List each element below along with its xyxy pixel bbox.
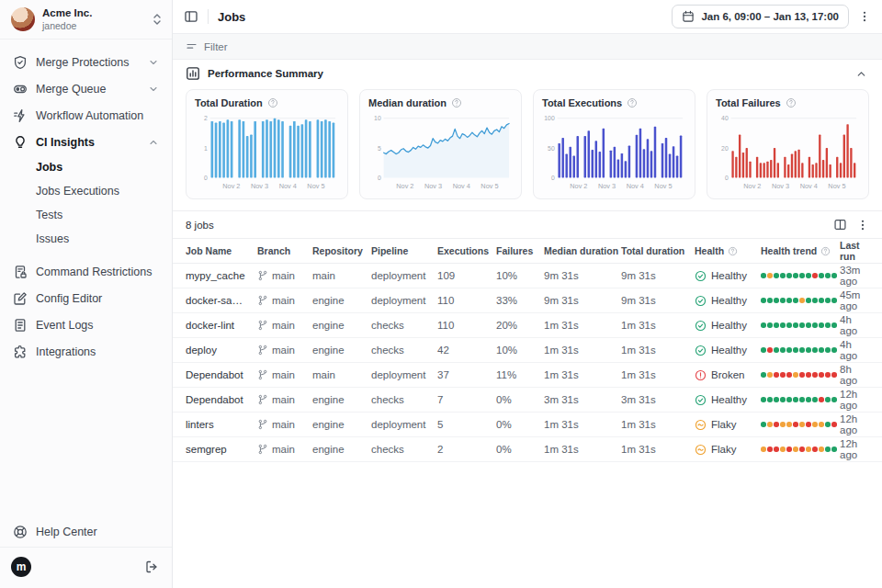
column-header[interactable]: Health: [695, 245, 761, 256]
date-range-picker[interactable]: Jan 6, 09:00 – Jan 13, 17:00: [672, 5, 849, 28]
sidebar-item-merge-queue[interactable]: Merge Queue: [6, 75, 166, 102]
trend-dot: [774, 273, 779, 278]
sidebar-subitem-jobs-executions[interactable]: Jobs Executions: [6, 179, 166, 203]
table-row[interactable]: docker-sa…mainenginedeployment11033%9m 3…: [173, 288, 882, 313]
table-row[interactable]: lintersmainenginedeployment50%1m 31s1m 3…: [173, 413, 882, 437]
columns-toggle-icon[interactable]: [833, 218, 847, 232]
column-header[interactable]: Executions: [437, 245, 496, 256]
column-header[interactable]: Repository: [312, 245, 371, 256]
trend-dot: [793, 422, 798, 427]
sidebar-item-event-logs[interactable]: Event Logs: [6, 311, 166, 338]
svg-text:Nov 3: Nov 3: [251, 182, 268, 190]
table-row[interactable]: Dependabotmainenginechecks70%3m 31s3m 31…: [173, 388, 882, 413]
help-circle-icon[interactable]: [728, 246, 738, 256]
sidebar-item-workflow-automation[interactable]: Workflow Automation: [6, 102, 166, 129]
sidebar-subitem-issues[interactable]: Issues: [6, 227, 166, 251]
help-circle-icon[interactable]: [786, 97, 797, 108]
svg-text:Nov 2: Nov 2: [743, 182, 761, 190]
help-circle-icon[interactable]: [820, 246, 831, 256]
svg-text:0: 0: [551, 175, 555, 181]
trend-dot: [819, 347, 824, 353]
help-circle-icon[interactable]: [267, 97, 278, 108]
svg-text:5: 5: [378, 145, 381, 152]
collapse-chevron-up-icon[interactable]: [854, 68, 869, 80]
table-row[interactable]: semgrepmainenginechecks20%1m 31s1m 31sFl…: [173, 437, 882, 462]
trend-dot: [786, 422, 792, 427]
column-header[interactable]: Job Name: [186, 245, 257, 256]
sidebar-subitem-jobs[interactable]: Jobs: [6, 155, 166, 179]
sidebar-item-label: CI Insights: [36, 136, 140, 149]
trend-dot: [819, 397, 824, 402]
sidebar-item-label: Config Editor: [36, 292, 159, 305]
branch-cell: main: [257, 320, 312, 331]
sidebar-item-ci-insights[interactable]: CI Insights: [6, 129, 166, 155]
median-duration-cell: 1m 31s: [544, 345, 621, 356]
svg-text:Nov 4: Nov 4: [279, 182, 297, 190]
sidebar-item-config-editor[interactable]: Config Editor: [6, 285, 166, 311]
help-circle-icon[interactable]: [451, 97, 462, 108]
org-switcher[interactable]: Acme Inc. janedoe: [0, 0, 172, 40]
chart-card-total-duration: Total Duration 012Nov 2Nov 3Nov 4Nov 5: [186, 89, 348, 199]
trend-dot: [780, 347, 786, 353]
trend-dot: [806, 347, 811, 353]
sidebar-subitem-tests[interactable]: Tests: [6, 203, 166, 227]
column-header[interactable]: Health trend: [761, 245, 840, 256]
logout-icon[interactable]: [144, 560, 159, 574]
health-cell: Healthy: [695, 320, 761, 332]
mergify-logo[interactable]: m: [11, 557, 31, 577]
column-header[interactable]: Median duration: [544, 245, 621, 256]
svg-text:20: 20: [721, 145, 729, 152]
table-row[interactable]: deploymainenginechecks4210%1m 31s1m 31sH…: [173, 338, 882, 363]
svg-text:100: 100: [544, 115, 555, 121]
sidebar-nav: Merge Protections Merge Queue Workflow A…: [0, 40, 172, 365]
help-circle-icon[interactable]: [627, 97, 638, 108]
column-header[interactable]: Pipeline: [371, 245, 437, 256]
repository-cell: engine: [312, 295, 371, 306]
sidebar-item-integrations[interactable]: Integrations: [6, 338, 166, 365]
health-trend-cell: [761, 347, 840, 353]
column-header[interactable]: Failures: [496, 245, 544, 256]
svg-text:Nov 2: Nov 2: [396, 182, 413, 190]
chevron-up-icon: [148, 137, 159, 148]
trend-dot: [793, 298, 798, 303]
svg-text:Nov 5: Nov 5: [654, 182, 672, 190]
trend-dot: [831, 372, 837, 378]
trend-dot: [767, 372, 773, 378]
sidebar-item-merge-protections[interactable]: Merge Protections: [6, 49, 166, 75]
sidebar-item-label: Integrations: [36, 345, 159, 358]
git-branch-icon: [257, 320, 268, 331]
table-kebab-menu-icon[interactable]: [856, 219, 869, 232]
git-branch-icon: [257, 345, 268, 356]
svg-text:10: 10: [374, 115, 381, 121]
chart-card-total-failures: Total Failures 02040Nov 2Nov 3Nov 4Nov 5: [707, 89, 869, 199]
column-header[interactable]: Total duration: [621, 245, 695, 256]
trend-dot: [774, 397, 779, 402]
trend-dot: [767, 347, 773, 353]
sidebar-item-command-restrictions[interactable]: Command Restrictions: [6, 258, 166, 285]
median-duration-cell: 1m 31s: [544, 369, 621, 380]
column-header[interactable]: Last run: [840, 240, 869, 262]
sidebar-toggle-icon[interactable]: [184, 9, 198, 24]
trend-dot: [774, 298, 779, 303]
branch-cell: main: [257, 295, 312, 306]
svg-text:Nov 3: Nov 3: [598, 182, 616, 190]
chart-title: Total Failures: [716, 97, 781, 108]
health-status-label: Healthy: [711, 270, 747, 281]
table-row[interactable]: docker-lintmainenginechecks11020%1m 31s1…: [173, 313, 882, 338]
trend-dot: [825, 447, 831, 452]
main-content: Jobs Jan 6, 09:00 – Jan 13, 17:00 Filter…: [173, 0, 882, 588]
table-row[interactable]: mypy_cachemainmaindeployment10910%9m 31s…: [173, 264, 882, 288]
trend-dot: [780, 397, 786, 402]
last-run-cell: 12h ago: [840, 413, 869, 435]
kebab-menu-icon[interactable]: [856, 8, 873, 25]
column-header[interactable]: Branch: [257, 245, 312, 256]
trend-dot: [799, 372, 805, 378]
trend-dot: [825, 422, 831, 427]
table-row[interactable]: Dependabotmainmaindeployment3711%1m 31s1…: [173, 363, 882, 388]
median-duration-cell: 3m 31s: [544, 394, 621, 405]
help-center-link[interactable]: Help Center: [0, 517, 172, 547]
pipeline-cell: deployment: [371, 295, 437, 306]
executions-cell: 7: [437, 394, 496, 405]
filter-bar[interactable]: Filter: [173, 33, 882, 60]
health-status-label: Flaky: [711, 444, 736, 455]
